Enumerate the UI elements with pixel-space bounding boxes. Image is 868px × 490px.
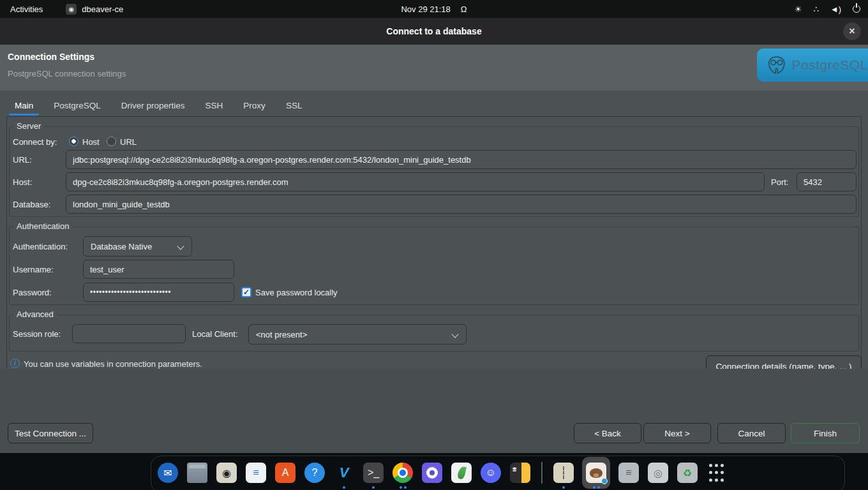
thunderbird-glyph: ✉ xyxy=(163,467,172,479)
dock: ✉◉≡A?V>_☺±=≡◎♻ xyxy=(0,453,868,490)
local-client-dropdown-value: <not present> xyxy=(256,330,307,339)
session-role-input[interactable] xyxy=(72,324,186,343)
dock-terminal-icon[interactable]: >_ xyxy=(363,457,384,489)
next-button[interactable]: Next > xyxy=(643,423,711,443)
notification-bell-icon: Ω xyxy=(461,4,467,14)
tab-postgresql[interactable]: PostgreSQL xyxy=(47,97,108,114)
ubuntu-software-glyph: A xyxy=(282,467,289,479)
postgresql-elephant-icon xyxy=(766,53,788,77)
dock-items: ✉◉≡A?V>_☺±=≡◎♻ xyxy=(157,457,728,489)
database-label: Database: xyxy=(13,200,50,209)
test-connection-button[interactable]: Test Connection ... xyxy=(8,423,93,443)
dock-files-icon[interactable] xyxy=(186,457,208,489)
app-indicator-label: dbeaver-ce xyxy=(82,4,123,14)
dbeaver-app-icon: ◉ xyxy=(66,4,77,15)
dock-thunderbird-icon[interactable]: ✉ xyxy=(157,457,179,489)
dock-separator xyxy=(541,462,542,484)
discord-glyph: ☺ xyxy=(486,467,496,479)
radio-url-label[interactable]: URL xyxy=(120,137,137,147)
preferences-glyph: ≡ xyxy=(625,467,631,479)
radio-url[interactable] xyxy=(107,137,116,146)
dock-rhythmbox-icon[interactable]: ◉ xyxy=(216,457,237,489)
tab-ssl[interactable]: SSL xyxy=(279,97,310,114)
top-bar: Activities ◉ dbeaver-ce Nov 29 21:18 Ω ☀… xyxy=(0,0,868,18)
trash-glyph: ♻ xyxy=(683,467,692,479)
finish-button[interactable]: Finish xyxy=(791,423,860,443)
help-glyph: ? xyxy=(312,467,318,479)
screen: Activities ◉ dbeaver-ce Nov 29 21:18 Ω ☀… xyxy=(0,0,868,490)
page-title: Connection Settings xyxy=(8,52,94,62)
host-label: Host: xyxy=(13,177,32,187)
clock-menu[interactable]: Nov 29 21:18 Ω xyxy=(401,0,467,18)
port-label: Port: xyxy=(771,177,788,187)
authentication-label: Authentication: xyxy=(13,242,68,251)
info-icon: i xyxy=(10,359,20,368)
authentication-dropdown-value: Database Native xyxy=(91,242,152,251)
dock-discord-icon[interactable]: ☺ xyxy=(480,457,502,489)
postgresql-logo: PostgreSQL xyxy=(757,48,868,82)
rhythmbox-glyph: ◉ xyxy=(222,467,231,479)
dock-chrome-icon[interactable] xyxy=(392,457,414,489)
dock-preferences-icon[interactable]: ≡ xyxy=(618,457,640,489)
terminal-glyph: >_ xyxy=(368,467,379,479)
connection-details-button[interactable]: Connection details (name, type, ... ) xyxy=(706,355,862,369)
connect-by-label: Connect by: xyxy=(13,137,57,147)
dialog-content: MainPostgreSQLDriver propertiesSSHProxyS… xyxy=(0,91,868,369)
system-status-area[interactable]: ☀ ∴ ◄) xyxy=(795,0,860,18)
password-input[interactable] xyxy=(83,283,234,302)
dock-ubuntu-software-icon[interactable]: A xyxy=(274,457,296,489)
tab-ssh[interactable]: SSH xyxy=(198,97,230,114)
dock-dbeaver-icon[interactable] xyxy=(582,457,610,489)
save-password-checkbox[interactable]: ✓ xyxy=(241,287,251,297)
close-button[interactable]: × xyxy=(843,22,861,40)
chevron-down-icon xyxy=(177,242,184,249)
dock-vscode-icon[interactable]: V xyxy=(333,457,355,489)
server-group-legend: Server xyxy=(13,121,44,131)
tab-driver-properties[interactable]: Driver properties xyxy=(114,97,192,114)
network-icon: ∴ xyxy=(814,4,819,14)
advanced-group-legend: Advanced xyxy=(13,309,57,319)
url-label: URL: xyxy=(13,155,32,165)
back-button[interactable]: < Back xyxy=(574,423,641,443)
port-input[interactable] xyxy=(797,172,857,191)
dock-mongodb-compass-icon[interactable] xyxy=(451,457,472,489)
libreoffice-writer-glyph: ≡ xyxy=(253,467,258,479)
dock-github-desktop-icon[interactable] xyxy=(421,457,443,489)
tab-proxy[interactable]: Proxy xyxy=(236,97,273,114)
dock-libreoffice-writer-icon[interactable]: ≡ xyxy=(245,457,267,489)
session-role-label: Session role: xyxy=(13,329,61,339)
activities-button[interactable]: Activities xyxy=(10,4,43,14)
username-label: Username: xyxy=(13,265,54,274)
app-indicator[interactable]: ◉ dbeaver-ce xyxy=(66,4,123,15)
dock-trash-icon[interactable]: ♻ xyxy=(677,457,698,489)
dock-calculator-icon[interactable]: ±= xyxy=(509,457,531,489)
dock-disk-image-writer-icon[interactable]: ◎ xyxy=(647,457,669,489)
dock-help-icon[interactable]: ? xyxy=(304,457,326,489)
authentication-dropdown[interactable]: Database Native xyxy=(83,236,192,256)
database-input[interactable] xyxy=(66,195,857,214)
disk-image-writer-glyph: ◎ xyxy=(654,467,662,479)
username-input[interactable] xyxy=(83,260,234,279)
dialog-title: Connect to a database xyxy=(386,26,481,36)
dock-app-grid-icon[interactable] xyxy=(706,457,728,489)
tab-main[interactable]: Main xyxy=(8,97,40,114)
power-icon xyxy=(853,5,860,13)
brightness-icon: ☀ xyxy=(795,4,802,14)
radio-host[interactable] xyxy=(69,137,79,146)
volume-icon: ◄) xyxy=(830,4,841,14)
info-text: You can use variables in connection para… xyxy=(24,359,202,369)
postgresql-logo-text: PostgreSQL xyxy=(792,57,868,73)
dialog-header: Connection Settings PostgreSQL connectio… xyxy=(0,45,868,91)
local-client-dropdown[interactable]: <not present> xyxy=(248,324,467,345)
url-input[interactable] xyxy=(66,150,857,169)
cancel-button[interactable]: Cancel xyxy=(717,423,786,443)
save-password-label[interactable]: Save password locally xyxy=(255,288,338,297)
dock-archive-manager-icon[interactable] xyxy=(553,457,574,489)
local-client-label: Local Client: xyxy=(192,329,238,339)
radio-host-label[interactable]: Host xyxy=(82,137,100,147)
clock-label: Nov 29 21:18 xyxy=(401,4,450,14)
page-subtitle: PostgreSQL connection settings xyxy=(8,69,126,78)
authentication-group-legend: Authentication xyxy=(13,221,72,231)
chevron-down-icon xyxy=(451,330,458,338)
host-input[interactable] xyxy=(66,172,765,191)
